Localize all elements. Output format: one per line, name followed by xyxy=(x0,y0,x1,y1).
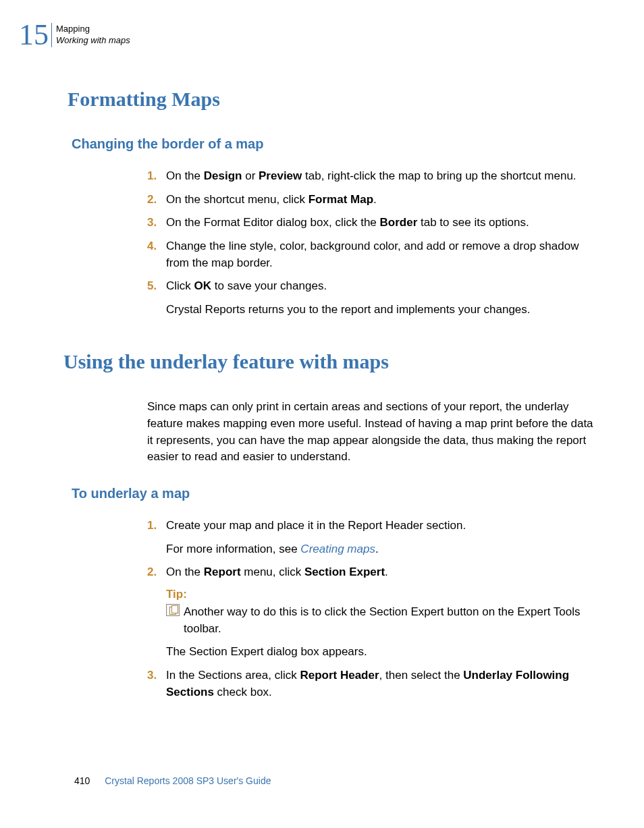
step-2: 2. On the shortcut menu, click Format Ma… xyxy=(147,192,594,209)
footer-doc-title: Crystal Reports 2008 SP3 User's Guide xyxy=(105,775,271,786)
step-text: On the Design or Preview tab, right-clic… xyxy=(166,168,594,185)
chapter-number: 15 xyxy=(19,20,49,50)
steps-list-2b: 2. On the Report menu, click Section Exp… xyxy=(147,564,594,581)
step-number: 2. xyxy=(147,564,166,581)
section-expert-icon xyxy=(166,604,180,616)
step-result-text: The Section Expert dialog box appears. xyxy=(166,644,594,661)
header-divider xyxy=(51,23,52,47)
step-text: On the shortcut menu, click Format Map. xyxy=(166,192,594,209)
step-1: 1. Create your map and place it in the R… xyxy=(147,518,594,534)
header-text: Mapping Working with maps xyxy=(56,24,130,47)
step-text: On the Format Editor dialog box, click t… xyxy=(166,215,594,231)
step-2: 2. On the Report menu, click Section Exp… xyxy=(147,564,594,581)
step-text: Create your map and place it in the Repo… xyxy=(166,518,594,534)
step-number: 5. xyxy=(147,278,166,295)
step-3: 3. On the Format Editor dialog box, clic… xyxy=(147,215,594,231)
step-number: 3. xyxy=(147,667,166,700)
steps-list-1: 1. On the Design or Preview tab, right-c… xyxy=(147,168,594,295)
step-text: Click OK to save your changes. xyxy=(166,278,594,295)
heading-underlay-feature: Using the underlay feature with maps xyxy=(63,350,594,373)
step-4: 4. Change the line style, color, backgro… xyxy=(147,238,594,271)
page-footer: 410 Crystal Reports 2008 SP3 User's Guid… xyxy=(74,775,271,786)
link-creating-maps[interactable]: Creating maps xyxy=(300,543,375,555)
steps-list-2c: 3. In the Sections area, click Report He… xyxy=(147,667,594,700)
step-number: 1. xyxy=(147,168,166,185)
heading-to-underlay: To underlay a map xyxy=(72,486,594,501)
step-text: In the Sections area, click Report Heade… xyxy=(166,667,594,700)
step-1: 1. On the Design or Preview tab, right-c… xyxy=(147,168,594,185)
header-chapter-title: Mapping xyxy=(56,24,130,35)
step-text: On the Report menu, click Section Expert… xyxy=(166,564,594,581)
step-text: Change the line style, color, background… xyxy=(166,238,594,271)
tip-body: Another way to do this is to click the S… xyxy=(166,604,594,637)
page-header: 15 Mapping Working with maps xyxy=(19,20,130,50)
step-number: 1. xyxy=(147,518,166,534)
step-result-text: Crystal Reports returns you to the repor… xyxy=(166,302,594,319)
step-5: 5. Click OK to save your changes. xyxy=(147,278,594,295)
intro-paragraph: Since maps can only print in certain are… xyxy=(147,399,594,466)
step-number: 3. xyxy=(147,215,166,231)
header-section-title: Working with maps xyxy=(56,35,130,47)
steps-list-2: 1. Create your map and place it in the R… xyxy=(147,518,594,534)
content: Formatting Maps Changing the border of a… xyxy=(68,88,594,707)
step-number: 4. xyxy=(147,238,166,271)
step-more-info: For more information, see Creating maps. xyxy=(166,541,594,558)
step-number: 2. xyxy=(147,192,166,209)
heading-formatting-maps: Formatting Maps xyxy=(68,88,594,111)
tip-label: Tip: xyxy=(166,588,594,601)
tip-text: Another way to do this is to click the S… xyxy=(184,604,594,637)
page-number: 410 xyxy=(74,775,90,786)
heading-changing-border: Changing the border of a map xyxy=(72,136,594,152)
step-3: 3. In the Sections area, click Report He… xyxy=(147,667,594,700)
